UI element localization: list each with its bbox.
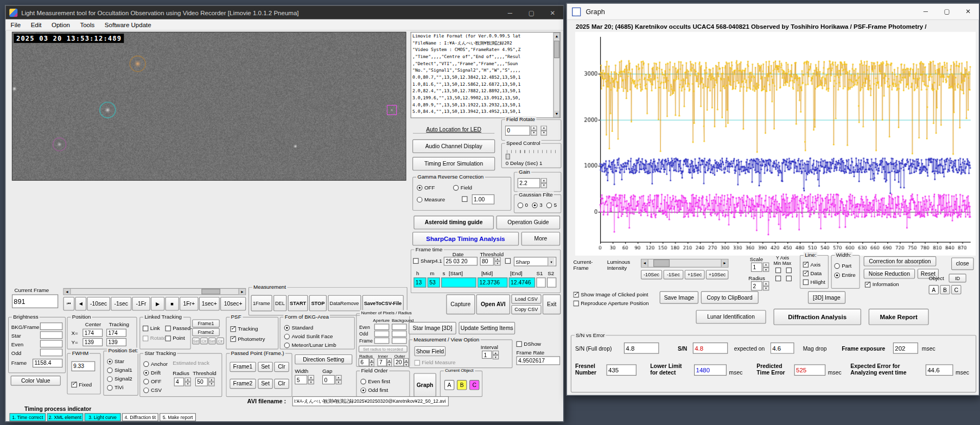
noise-reduction-button[interactable]: Noise Reduction bbox=[864, 269, 915, 278]
reproduce-aperture-checkbox[interactable]: Reproduce Aperture Position bbox=[573, 300, 648, 307]
sharp-enable-checkbox[interactable] bbox=[505, 258, 513, 264]
gamma-apply-checkbox[interactable] bbox=[462, 196, 469, 202]
scroll-left-icon[interactable]: ◄ bbox=[641, 259, 648, 267]
graph-object-c-button[interactable]: C bbox=[951, 285, 961, 294]
menu-file[interactable]: File bbox=[5, 21, 26, 28]
posset-tivi-radio[interactable]: TiVi bbox=[107, 384, 123, 391]
ymax-auto-checkbox[interactable] bbox=[786, 268, 794, 273]
passed-clr2-button[interactable]: Clr bbox=[274, 379, 289, 389]
update-setting-button[interactable]: Update Setting Items bbox=[459, 322, 515, 334]
maximize-icon[interactable]: ▢ bbox=[521, 5, 542, 19]
psf-tracking-checkbox[interactable]: Tracking bbox=[230, 326, 258, 332]
measure-start-button[interactable]: START bbox=[288, 295, 308, 312]
menu-software-update[interactable]: Software Update bbox=[100, 21, 156, 28]
minimize-icon[interactable]: ─ bbox=[915, 4, 936, 20]
bkg-standard-radio[interactable]: Standard bbox=[284, 325, 314, 331]
step-back-button[interactable]: ◀ bbox=[75, 297, 86, 310]
load-csv-button[interactable]: Load CSV bbox=[511, 294, 541, 303]
width-entire-radio[interactable]: Entire bbox=[834, 272, 855, 278]
passed-frame2-button[interactable]: Frame2 bbox=[230, 379, 256, 389]
passed-frame1-button[interactable]: Frame1 bbox=[230, 362, 256, 372]
minimize-icon[interactable]: ─ bbox=[499, 5, 520, 19]
frame-scrollbar[interactable]: ◄ ► bbox=[63, 288, 246, 295]
sharp-mode-dropdown[interactable]: Sharp▼ bbox=[514, 257, 556, 266]
outer-radius-spinner[interactable]: ▲▼ bbox=[404, 358, 409, 366]
aperture-radius-spinner[interactable]: ▲▼ bbox=[369, 358, 374, 366]
anchor-radio[interactable]: Anchor bbox=[143, 360, 168, 367]
fwhm-fixed-checkbox[interactable]: Fixed bbox=[71, 381, 92, 388]
image-3d-button[interactable]: [3D] Image bbox=[808, 291, 845, 304]
ymin-auto-checkbox[interactable] bbox=[775, 268, 783, 273]
jump-start-button[interactable]: ⏮ bbox=[63, 297, 74, 310]
passed-clr1-button[interactable]: Clr bbox=[274, 362, 289, 372]
gamma-value[interactable]: 1.00 bbox=[472, 194, 495, 204]
aperture-radius-value[interactable]: 6 bbox=[359, 358, 370, 366]
operation-guide-button[interactable]: Operation Guide bbox=[497, 215, 561, 229]
aperture-marker[interactable] bbox=[387, 105, 397, 115]
interval-spinner[interactable]: ▲▼ bbox=[493, 351, 499, 359]
speed-slider-thumb[interactable] bbox=[506, 154, 510, 159]
correction-absorption-button[interactable]: Correction for absorption bbox=[864, 256, 937, 266]
fwd-10sec-button[interactable]: +10Sec bbox=[706, 270, 729, 279]
measure-stop-button[interactable]: STOP bbox=[309, 295, 327, 312]
threshold-value[interactable]: 80 bbox=[480, 257, 494, 265]
aperture-marker[interactable] bbox=[53, 137, 66, 151]
fwd-1sec-button[interactable]: 1sec+ bbox=[199, 297, 220, 310]
width-part-radio[interactable]: Part bbox=[834, 263, 851, 269]
inner-radius-value[interactable]: 7 bbox=[377, 358, 386, 366]
stop-playback-button[interactable]: ■ bbox=[165, 297, 179, 310]
gap-spinner[interactable]: ▲▼ bbox=[335, 375, 342, 384]
object-id-button[interactable]: ID bbox=[949, 274, 966, 282]
gap-value[interactable]: 0 bbox=[322, 375, 335, 384]
interval-value[interactable]: 1 bbox=[482, 351, 492, 359]
odd-first-radio[interactable]: Odd first bbox=[360, 387, 388, 394]
capture-button[interactable]: Capture bbox=[446, 294, 475, 314]
scale-spinner[interactable]: ▲▼ bbox=[763, 263, 769, 272]
outer-radius-value[interactable]: 20 bbox=[393, 358, 403, 366]
gamma-measure-radio[interactable]: Measure bbox=[417, 196, 445, 203]
link-checkbox[interactable]: Link bbox=[143, 325, 160, 332]
lunar-identification-button[interactable]: Lunar Identification bbox=[696, 310, 766, 323]
back-1sec-button[interactable]: -1Sec bbox=[663, 270, 683, 279]
width-value[interactable]: 5 bbox=[295, 375, 307, 384]
field-rotate-spinner[interactable]: ▲▼ bbox=[531, 125, 537, 135]
color-value-button[interactable]: Color Value bbox=[11, 376, 61, 385]
even-first-radio[interactable]: Even first bbox=[360, 378, 390, 385]
tracking-csv-radio[interactable]: CSV bbox=[143, 387, 162, 394]
posset-star-radio[interactable]: Star bbox=[107, 358, 124, 365]
object-b-button[interactable]: B bbox=[457, 380, 467, 390]
maximize-icon[interactable]: ▢ bbox=[936, 4, 957, 20]
light-curve-plot[interactable] bbox=[575, 32, 976, 256]
graph-button[interactable]: Graph bbox=[413, 373, 436, 397]
field-rotate-value[interactable]: 0 bbox=[505, 125, 530, 135]
gaussian-0-radio[interactable]: 0 bbox=[518, 202, 528, 208]
video-canvas[interactable] bbox=[12, 33, 405, 180]
bkg-avoid-radio[interactable]: Avoid Sunlit Face bbox=[284, 333, 333, 340]
copy-clipboard-button[interactable]: Copy to ClipBoard bbox=[701, 291, 759, 304]
field-rotate-fine-spinner[interactable]: ▲▼ bbox=[540, 125, 547, 135]
back-10sec-button[interactable]: -10Sec bbox=[641, 270, 662, 279]
psf-photometry-checkbox[interactable]: Photometry bbox=[230, 335, 265, 342]
graph-object-b-button[interactable]: B bbox=[940, 285, 950, 294]
menu-edit[interactable]: Edit bbox=[26, 21, 46, 28]
video-frame[interactable]: 2025 03 20 13:53:12:489 bbox=[12, 32, 406, 181]
fwd-1frame-button[interactable]: 1Fr+ bbox=[180, 297, 199, 310]
back-1frame-button[interactable]: -1Fr bbox=[132, 297, 150, 310]
data-remove-button[interactable]: DataRemove bbox=[328, 295, 361, 312]
passed-set1-button[interactable]: Set bbox=[258, 362, 273, 372]
fwd-10sec-button[interactable]: 10sec+ bbox=[220, 297, 246, 310]
back-10sec-button[interactable]: -10sec bbox=[87, 297, 110, 310]
graph-object-a-button[interactable]: A bbox=[928, 285, 938, 294]
auto-location-led-button[interactable]: Auto Location for LED bbox=[412, 124, 495, 134]
menu-tools[interactable]: Tools bbox=[75, 21, 99, 28]
gamma-field-radio[interactable]: Field bbox=[453, 185, 472, 191]
dshow-checkbox[interactable]: DShow bbox=[516, 341, 540, 347]
ymin-fix-checkbox[interactable] bbox=[775, 276, 783, 281]
make-report-button[interactable]: Make Report bbox=[869, 309, 929, 325]
gaussian-3-radio[interactable]: 3 bbox=[532, 202, 542, 208]
graph-scroll-track[interactable] bbox=[648, 259, 721, 267]
inner-radius-spinner[interactable]: ▲▼ bbox=[387, 358, 392, 366]
date-value[interactable]: 25 03 20 bbox=[444, 257, 478, 265]
passed-set2-button[interactable]: Set bbox=[258, 379, 273, 389]
tracking-off-radio[interactable]: OFF bbox=[143, 378, 161, 385]
